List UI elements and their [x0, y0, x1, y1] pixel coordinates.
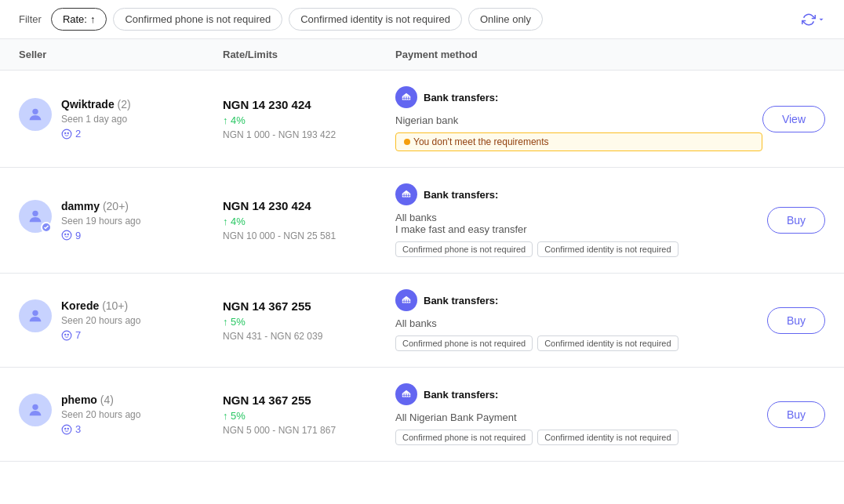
payment-action-cell: Bank transfers: All banksI make fast and…: [395, 183, 825, 257]
bank-icon: [401, 389, 412, 400]
svg-rect-27: [404, 299, 405, 303]
payment-icon: [395, 86, 417, 108]
buy-button[interactable]: Buy: [767, 207, 825, 234]
action-cell: View: [762, 106, 825, 132]
seller-name: phemo (4): [61, 393, 140, 406]
svg-point-11: [62, 230, 71, 240]
svg-point-31: [62, 425, 71, 434]
user-icon: [27, 106, 44, 123]
svg-point-23: [67, 334, 68, 335]
svg-rect-7: [404, 96, 405, 100]
chevron-down-icon: [817, 16, 825, 24]
seller-count: (10+): [102, 299, 128, 312]
table-header: Seller Rate/Limits Payment method: [0, 39, 844, 71]
payment-sub: All Nigerian Bank Payment: [395, 412, 767, 423]
avatar: [19, 98, 52, 131]
refresh-icon: [802, 13, 816, 27]
user-icon: [27, 208, 44, 225]
seller-name: Korede (10+): [61, 299, 140, 312]
svg-point-13: [67, 234, 68, 234]
svg-rect-8: [406, 96, 406, 100]
rate-arrow: ↑: [90, 13, 96, 25]
payment-method-row: Bank transfers:: [395, 383, 767, 405]
svg-rect-38: [406, 393, 406, 397]
seller-cell: dammy (20+) Seen 19 hours ago 9: [19, 200, 223, 241]
seller-count: (4): [100, 393, 114, 406]
svg-rect-19: [408, 194, 409, 197]
svg-rect-37: [404, 393, 405, 397]
payment-method-row: Bank transfers:: [395, 289, 767, 311]
payment-cell: Bank transfers: All banksI make fast and…: [395, 183, 767, 257]
svg-point-0: [32, 109, 38, 114]
svg-point-10: [32, 210, 38, 216]
filter-tag-online[interactable]: Online only: [468, 8, 543, 31]
col-payment: Payment method: [395, 49, 825, 60]
rate-pct: ↑ 4%: [223, 114, 395, 126]
seller-info: Qwiktrade (2) Seen 1 day ago 2: [61, 98, 131, 140]
svg-rect-28: [406, 299, 406, 303]
req-tag: Confirmed phone is not required: [395, 241, 533, 257]
seen-text: Seen 19 hours ago: [61, 216, 140, 227]
user-icon: [27, 307, 44, 325]
view-button[interactable]: View: [762, 106, 825, 132]
avatar-wrap: [19, 299, 52, 332]
rate-pct: ↑ 5%: [223, 316, 395, 328]
avatar-wrap: [19, 200, 52, 233]
seller-name: Qwiktrade (2): [61, 98, 131, 111]
req-tags: Confirmed phone is not requiredConfirmed…: [395, 241, 767, 257]
seller-count: (2): [118, 98, 131, 111]
avatar-wrap: [19, 393, 52, 426]
payment-label: Bank transfers:: [424, 389, 498, 401]
warning-text: You don't meet the requirements: [413, 136, 549, 147]
svg-point-1: [62, 129, 71, 139]
seller-info: phemo (4) Seen 20 hours ago 3: [61, 393, 140, 435]
req-tag: Confirmed identity is not required: [537, 430, 678, 445]
svg-rect-29: [408, 299, 409, 303]
payment-sub: All banksI make fast and easy transfer: [395, 212, 767, 235]
seller-count: (20+): [103, 200, 129, 212]
rate-range: NGN 10 000 - NGN 25 581: [223, 230, 395, 241]
feedback-count: 9: [75, 230, 81, 241]
svg-point-32: [65, 428, 66, 429]
buy-button[interactable]: Buy: [767, 401, 825, 428]
filter-bar: Filter Rate: ↑ Confirmed phone is not re…: [0, 0, 844, 39]
rate-range: NGN 1 000 - NGN 193 422: [223, 129, 395, 140]
buy-button[interactable]: Buy: [767, 307, 825, 334]
table-row: Korede (10+) Seen 20 hours ago 7 NGN 14 …: [0, 274, 844, 368]
svg-point-30: [32, 404, 38, 410]
payment-action-cell: Bank transfers: Nigerian bank You don't …: [395, 86, 825, 151]
rate-value: NGN 14 367 255: [223, 299, 395, 313]
seller-info: dammy (20+) Seen 19 hours ago 9: [61, 200, 140, 241]
feedback-count: 3: [75, 423, 81, 435]
req-tag: Confirmed identity is not required: [537, 241, 678, 257]
smile-icon: [61, 230, 72, 241]
feedback: 9: [61, 230, 140, 241]
payment-icon: [395, 183, 417, 205]
svg-point-20: [32, 310, 38, 316]
seen-text: Seen 1 day ago: [61, 114, 131, 125]
feedback: 3: [61, 423, 140, 435]
filter-tag-phone[interactable]: Confirmed phone is not required: [113, 8, 282, 31]
refresh-button[interactable]: [802, 13, 825, 27]
filter-tag-identity[interactable]: Confirmed identity is not required: [289, 8, 462, 31]
req-tag: Confirmed phone is not required: [395, 335, 533, 351]
smile-icon: [61, 330, 72, 341]
seller-cell: Qwiktrade (2) Seen 1 day ago 2: [19, 98, 223, 140]
payment-label: Bank transfers:: [424, 295, 498, 306]
feedback: 2: [61, 128, 131, 140]
svg-point-12: [65, 234, 66, 234]
verified-badge: [41, 222, 52, 233]
rate-value: NGN 14 230 424: [223, 199, 395, 212]
avatar-wrap: [19, 98, 52, 131]
svg-marker-26: [402, 296, 411, 299]
svg-marker-6: [402, 93, 411, 96]
rate-sort-button[interactable]: Rate: ↑: [51, 8, 107, 31]
payment-sub: Nigerian bank: [395, 114, 762, 126]
payment-cell: Bank transfers: Nigerian bank You don't …: [395, 86, 762, 151]
rate-range: NGN 5 000 - NGN 171 867: [223, 425, 395, 436]
payment-icon: [395, 383, 417, 405]
svg-rect-9: [408, 96, 409, 100]
svg-marker-16: [402, 190, 411, 194]
warning-dot: [404, 139, 410, 145]
svg-rect-39: [408, 393, 409, 397]
